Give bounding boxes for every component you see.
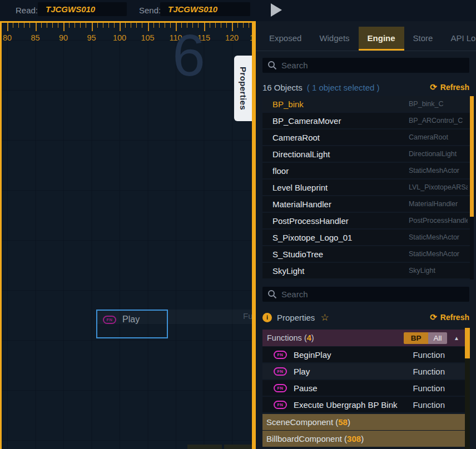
ruler-tick (159, 23, 160, 28)
object-class: BP_ARControl_C (409, 117, 468, 124)
tab-bar: Exposed Widgets Engine Store API Log (256, 27, 476, 51)
read-label: Read: (16, 6, 38, 15)
bp-filter-button[interactable]: BP (404, 332, 428, 344)
ruler-tick (131, 23, 131, 28)
tab[interactable]: Store (404, 27, 442, 51)
object-row[interactable]: S_Pixotope_Logo_01 StaticMeshActor (262, 230, 470, 245)
object-row[interactable]: BP_bink BP_bink_C (262, 96, 470, 112)
function-filter-toggle: BP All (404, 332, 447, 344)
play-widget-content: FN Play (103, 315, 167, 325)
component-section-header[interactable]: BillboardComponent (308) (262, 431, 465, 447)
object-class: MaterialHandler (409, 200, 468, 208)
play-function-widget[interactable]: FN Play (96, 310, 168, 338)
ruler-tick (125, 23, 126, 28)
fn-icon: FN (274, 367, 287, 376)
ruler-tick (75, 23, 75, 28)
object-name: CameraRoot (272, 133, 320, 142)
object-class: BP_bink_C (409, 100, 468, 108)
object-class: SkyLight (409, 267, 468, 275)
ruler-tick (86, 23, 86, 28)
search-icon (267, 290, 277, 299)
tab[interactable]: Exposed (260, 27, 310, 51)
ruler-label: 100 (113, 33, 126, 42)
ruler-label: 95 (87, 33, 96, 42)
properties-search-input[interactable] (281, 290, 469, 299)
function-row[interactable]: FN Play Function (262, 363, 465, 379)
object-class: LVL_PixotopeARSample.. (409, 183, 468, 191)
function-row[interactable]: FN Pause Function (262, 380, 465, 396)
play-button[interactable] (271, 3, 282, 17)
tab[interactable]: Widgets (310, 27, 358, 51)
component-section-header[interactable]: SceneComponent (58) (262, 414, 465, 430)
objects-list: BP_bink BP_bink_C BP_CameraMover BP_ARCo… (262, 96, 470, 280)
read-input[interactable] (38, 2, 127, 16)
ruler-label: 80 (3, 33, 12, 42)
object-name: PostProcessHandler (272, 216, 349, 226)
properties-side-tab-label: Properties (239, 67, 248, 110)
ruler-tick (58, 23, 58, 28)
objects-count: 16 Objects (262, 83, 303, 92)
tab[interactable]: API Log (442, 27, 476, 51)
functions-section-header[interactable]: Functions (4) BP All ▲ (262, 330, 465, 346)
object-row[interactable]: MaterialHandler MaterialHandler (262, 196, 470, 212)
object-row[interactable]: floor StaticMeshActor (262, 163, 470, 178)
object-row[interactable]: S_StudioTree StaticMeshActor (262, 246, 470, 262)
ruler-tick (243, 23, 244, 28)
objects-search-input[interactable] (281, 61, 469, 70)
search-icon (267, 61, 277, 70)
object-name: SkyLight (272, 266, 305, 276)
refresh-properties-button[interactable]: ⟳ Refresh (430, 312, 469, 322)
scrollbar-thumb[interactable] (465, 328, 470, 358)
canvas-selection-border (0, 21, 252, 23)
component-name: SceneComponent (266, 417, 333, 427)
fn-icon: FN (274, 384, 287, 392)
object-row[interactable]: DirectionalLight DirectionalLight (262, 146, 470, 162)
ruler-label: 90 (59, 33, 68, 42)
ruler-tick (52, 23, 53, 28)
send-input[interactable] (160, 2, 250, 16)
object-name: BP_CameraMover (272, 116, 341, 126)
object-row[interactable]: Level Blueprint LVL_PixotopeARSample.. (262, 179, 470, 195)
scrollbar-thumb[interactable] (470, 96, 474, 217)
properties-scrollbar[interactable] (465, 328, 470, 449)
ruler-tick (114, 23, 115, 28)
panel-divider[interactable] (252, 21, 256, 449)
object-class: DirectionalLight (409, 150, 468, 158)
refresh-objects-button[interactable]: ⟳ Refresh (430, 82, 469, 92)
object-row[interactable]: PostProcessHandler PostProcessHandler (262, 213, 470, 228)
object-name: S_Pixotope_Logo_01 (272, 233, 352, 242)
function-row[interactable]: FN Execute Ubergraph BP Bink Function (262, 397, 465, 412)
all-filter-button[interactable]: All (428, 332, 447, 344)
info-icon[interactable]: i (262, 313, 272, 322)
ruler-tick (7, 23, 8, 31)
fn-icon: FN (103, 316, 116, 324)
ruler-tick (63, 23, 65, 31)
object-row[interactable]: CameraRoot CameraRoot (262, 129, 470, 145)
object-row[interactable]: BP_CameraMover BP_ARControl_C (262, 113, 470, 128)
ruler-tick (148, 23, 149, 31)
objects-search (262, 58, 469, 73)
object-name: Level Blueprint (272, 183, 328, 192)
component-sections: SceneComponent (58) BillboardComponent (… (262, 414, 465, 447)
refresh-icon: ⟳ (430, 312, 437, 322)
objects-selected-count: ( 1 object selected ) (307, 83, 380, 92)
refresh-icon: ⟳ (430, 82, 437, 92)
properties-side-tab[interactable]: Properties (234, 56, 252, 121)
ruler-tick (221, 23, 221, 28)
object-class: StaticMeshActor (409, 250, 468, 258)
ruler-tick (69, 23, 70, 28)
object-class: CameraRoot (409, 133, 468, 141)
favorite-star-icon[interactable]: ☆ (320, 313, 329, 322)
objects-scrollbar[interactable] (470, 96, 474, 280)
collapse-arrow-icon[interactable]: ▲ (454, 335, 459, 341)
schema-canvas: 1 80859095100105110115120 6 Function FN … (0, 21, 252, 449)
tab[interactable]: Engine (359, 27, 404, 51)
object-row[interactable]: SkyLight SkyLight (262, 263, 470, 278)
component-count: 308 (347, 434, 361, 443)
component-count: 58 (338, 417, 348, 427)
function-row[interactable]: FN BeginPlay Function (262, 347, 465, 362)
ruler-label: 120 (225, 33, 239, 42)
ruler-tick (92, 23, 93, 31)
app-root: Read: Send: 1 80859095100105110115120 6 … (0, 0, 476, 449)
canvas-watermark: 6 (172, 26, 205, 84)
